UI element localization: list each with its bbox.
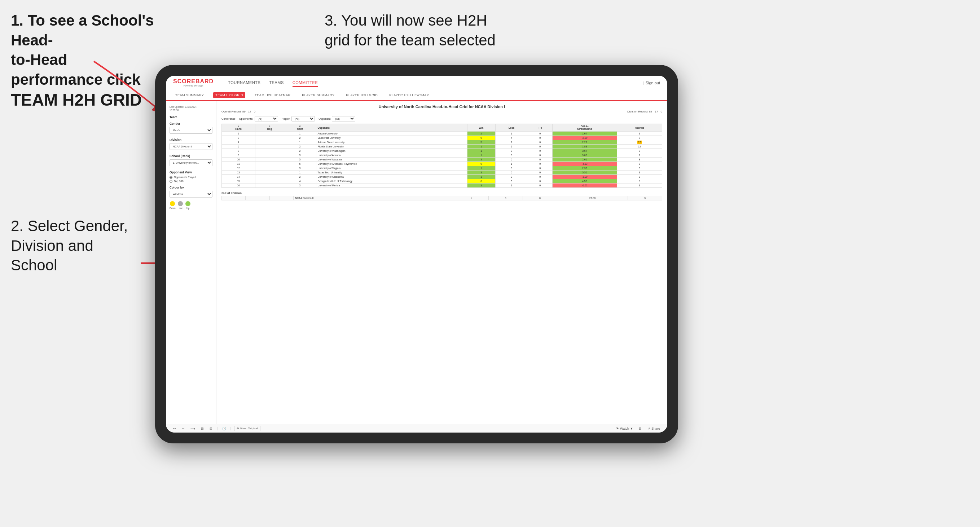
legend-level: Level <box>178 201 184 210</box>
filter-region-select[interactable]: (All) <box>291 116 315 121</box>
table-header-row: #Rank #Reg #Conf Opponent Win Loss Tie D… <box>222 124 662 132</box>
left-panel: Last Updated: 27/03/2024 16:55:38 Team G… <box>166 101 216 424</box>
col-reg: #Reg <box>255 124 284 132</box>
table-row: 4 1 Arizona State University 5 1 0 2.29 … <box>222 140 662 144</box>
legend-level-circle <box>178 201 183 206</box>
out-division-win: 1 <box>454 196 488 200</box>
opponent-view-group: Opponents Played Top 100 <box>170 176 212 183</box>
nav-teams[interactable]: TEAMS <box>269 79 283 87</box>
undo-btn[interactable]: ↩ <box>172 426 177 431</box>
out-of-division-table: NCAA Division II 1 0 0 26.00 3 <box>221 196 662 200</box>
copy-btn[interactable]: ⊞ <box>199 426 205 431</box>
annotation-2: 2. Select Gender, Division and School <box>11 216 155 275</box>
out-division-rounds: 3 <box>628 196 662 200</box>
col-loss: Loss <box>495 124 528 132</box>
legend-down: Down <box>170 201 176 210</box>
colour-by-label: Colour by <box>170 186 212 189</box>
team-label: Team <box>170 115 212 119</box>
col-conf: #Conf <box>284 124 316 132</box>
filter-opponent-select[interactable]: (All) <box>332 116 355 121</box>
filter-region-label: Region <box>282 117 290 121</box>
table-row: 12 3 University of Virginia 1 0 0 2.33 3 <box>222 166 662 170</box>
grid-records: Overall Record: 89 - 17 - 0 Division Rec… <box>221 110 662 113</box>
legend-up: Up <box>185 201 191 210</box>
overall-record: Overall Record: 89 - 17 - 0 <box>221 110 255 113</box>
division-select[interactable]: NCAA Division I <box>170 143 212 150</box>
table-row: 8 2 University of Washington 1 0 0 3.67 … <box>222 149 662 153</box>
logo-text: SCOREBARD <box>173 79 213 84</box>
grid-btn[interactable]: ⊞ <box>637 426 643 431</box>
division-record: Division Record: 88 - 17 - 0 <box>627 110 662 113</box>
out-of-division-section: Out of division NCAA Division II 1 0 0 <box>221 191 662 200</box>
radio-opponents-played[interactable]: Opponents Played <box>170 176 212 179</box>
filter-opponents-label: Opponents: <box>239 117 253 121</box>
subnav-team-h2h-grid[interactable]: TEAM H2H GRID <box>213 92 245 98</box>
legend-up-circle <box>185 201 191 206</box>
colour-by-select[interactable]: Win/loss <box>170 191 212 198</box>
col-opponent: Opponent <box>316 124 467 132</box>
sign-out-link[interactable]: | Sign out <box>643 81 660 85</box>
opponent-view-label: Opponent View <box>170 170 212 174</box>
nav-items: TOURNAMENTS TEAMS COMMITTEE <box>228 79 633 87</box>
view-original-btn[interactable]: ⊕ View: Original <box>234 426 260 431</box>
subnav-player-h2h-heatmap[interactable]: PLAYER H2H HEATMAP <box>387 92 431 98</box>
radio-dot-opponents <box>170 176 172 179</box>
table-row: 9 3 University of Arizona 1 0 0 9.00 2 <box>222 153 662 157</box>
table-row: 2 1 Auburn University 2 1 0 1.67 9 <box>222 132 662 136</box>
annotation-1: 1. To see a School's Head- to-Head perfo… <box>11 11 162 111</box>
gender-label: Gender <box>170 122 212 125</box>
filter-opponent-label: Opponent <box>318 117 330 121</box>
table-row: 6 2 Florida State University 1 2 0 1.83 … <box>222 144 662 149</box>
out-division-loss: 0 <box>488 196 523 200</box>
subnav-team-h2h-heatmap[interactable]: TEAM H2H HEATMAP <box>253 92 293 98</box>
filter-opponent: Opponent (All) <box>318 116 355 121</box>
radio-top100[interactable]: Top 100 <box>170 179 212 183</box>
subnav-player-h2h-grid[interactable]: PLAYER H2H GRID <box>344 92 380 98</box>
clock-btn[interactable]: 🕐 <box>221 426 228 431</box>
table-row: 16 3 University of Florida 3 1 0 -6.62 9 <box>222 184 662 188</box>
out-division-diff: 26.00 <box>557 196 628 200</box>
table-row: 11 6 University of Arkansas, Fayettevill… <box>222 162 662 166</box>
nav-committee[interactable]: COMMITTEE <box>293 79 318 87</box>
filter-opponents: Opponents: (All) <box>239 116 278 121</box>
table-row: 3 2 Vanderbilt University 0 4 0 -2.29 8 <box>222 136 662 140</box>
filter-conference-label: Conference <box>221 117 235 121</box>
out-division-name: NCAA Division II <box>294 196 454 200</box>
gender-select[interactable]: Men's <box>170 127 212 134</box>
filter-region: Region (All) <box>282 116 315 121</box>
school-select[interactable]: 1. University of Nort... <box>170 159 212 166</box>
table-row: 10 5 University of Alabama 3 0 0 2.61 8 <box>222 157 662 162</box>
filter-conference: Conference <box>221 117 235 121</box>
watch-btn[interactable]: 👁 Watch ▼ <box>614 426 635 431</box>
main-content: Last Updated: 27/03/2024 16:55:38 Team G… <box>166 101 667 424</box>
paste-btn[interactable]: ⊟ <box>208 426 214 431</box>
tablet-device: SCOREBARD Powered by clippi TOURNAMENTS … <box>155 65 678 443</box>
subnav-player-summary[interactable]: PLAYER SUMMARY <box>300 92 337 98</box>
forward-btn[interactable]: ⟶ <box>189 426 197 431</box>
table-row: 13 1 Texas Tech University 3 0 0 5.56 9 <box>222 170 662 175</box>
grid-title: University of North Carolina Head-to-Hea… <box>221 105 662 109</box>
color-legend: Down Level Up <box>170 201 212 210</box>
toolbar-sep-1: | <box>217 427 218 430</box>
nav-tournaments[interactable]: TOURNAMENTS <box>228 79 261 87</box>
out-division-tie: 0 <box>523 196 557 200</box>
division-label: Division <box>170 138 212 142</box>
app-logo: SCOREBARD Powered by clippi <box>173 79 213 87</box>
col-win: Win <box>467 124 495 132</box>
share-btn[interactable]: ↗ Share <box>646 426 662 431</box>
filter-opponents-select[interactable]: (All) <box>255 116 278 121</box>
redo-btn[interactable]: ↪ <box>180 426 186 431</box>
radio-dot-top100 <box>170 180 172 183</box>
col-rounds: Rounds <box>617 124 662 132</box>
top-navigation: SCOREBARD Powered by clippi TOURNAMENTS … <box>166 76 667 90</box>
table-row: 14 2 University of Oklahoma 1 2 0 -1.00 … <box>222 175 662 179</box>
toolbar-sep-2: | <box>231 427 232 430</box>
h2h-table: #Rank #Reg #Conf Opponent Win Loss Tie D… <box>221 124 662 188</box>
col-tie: Tie <box>528 124 552 132</box>
subnav-team-summary[interactable]: TEAM SUMMARY <box>173 92 206 98</box>
tablet-screen: SCOREBARD Powered by clippi TOURNAMENTS … <box>166 76 667 433</box>
table-row: 15 4 Georgia Institute of Technology 0 5… <box>222 179 662 184</box>
out-of-division-label: Out of division <box>221 191 662 195</box>
grid-area: University of North Carolina Head-to-Hea… <box>216 101 667 424</box>
bottom-toolbar: ↩ ↪ ⟶ ⊞ ⊟ | 🕐 | ⊕ View: Original 👁 Watch… <box>166 424 667 433</box>
